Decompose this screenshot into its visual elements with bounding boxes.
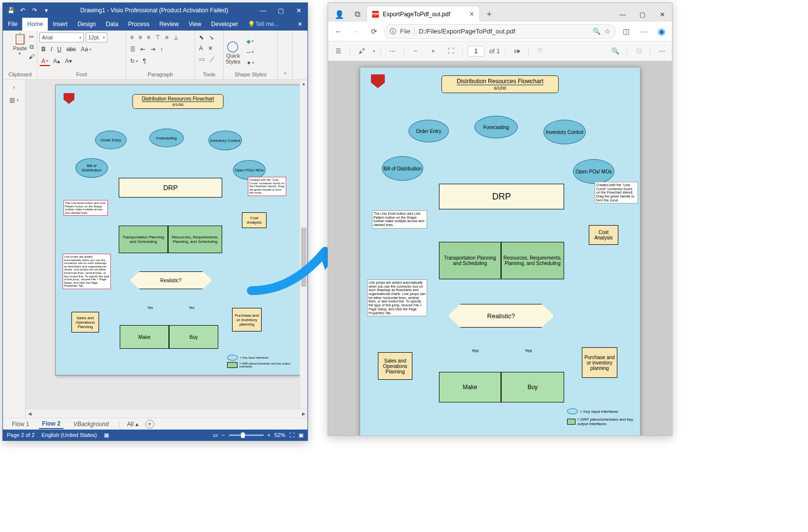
italic-button[interactable]: I: [49, 44, 54, 54]
tab-home[interactable]: Home: [22, 18, 48, 31]
collapse-ribbon-icon[interactable]: ⌃: [283, 71, 288, 78]
qat-caret-icon[interactable]: ▾: [41, 5, 51, 15]
strike-button[interactable]: abc: [65, 44, 78, 54]
profile-icon[interactable]: 👤: [332, 7, 347, 22]
align-top-button[interactable]: ⊤: [153, 33, 162, 42]
line-spacing-button[interactable]: ↕: [158, 44, 165, 54]
connector-tool-button[interactable]: ↘: [207, 33, 216, 42]
decrease-indent-button[interactable]: ⇤: [138, 44, 147, 54]
contents-icon[interactable]: ☰: [332, 45, 345, 58]
presentation-mode-icon[interactable]: ▭: [213, 432, 218, 438]
tab-review[interactable]: Review: [154, 18, 183, 31]
quick-styles-button[interactable]: ◯ Quick Styles: [226, 40, 240, 65]
line-button[interactable]: ─: [244, 47, 256, 57]
font-color-button[interactable]: A: [39, 56, 50, 66]
tab-flow2[interactable]: Flow 2: [39, 419, 63, 429]
zoom-in-button[interactable]: +: [268, 432, 270, 438]
browser-tab[interactable]: PDF ExportPageToPdf_out.pdf ✕: [367, 6, 480, 22]
add-page-button[interactable]: +: [145, 420, 154, 429]
line-tool-button[interactable]: ／: [207, 54, 217, 64]
text-direction-button[interactable]: ¶: [141, 56, 148, 66]
settings-menu-icon[interactable]: ⋯: [637, 24, 651, 39]
paste-button[interactable]: 📋 Paste ▾: [13, 33, 27, 56]
shrink-font-button[interactable]: A▾: [63, 56, 74, 66]
zoom-addr-icon[interactable]: 🔍: [593, 28, 601, 35]
increase-indent-button[interactable]: ⇥: [148, 44, 157, 54]
maximize-button[interactable]: ▢: [633, 7, 652, 22]
undo-icon[interactable]: ↶: [18, 5, 28, 15]
tab-vbackground[interactable]: VBackground: [70, 420, 112, 429]
font-size-select[interactable]: 12pt.: [86, 33, 107, 42]
ribbon-close-icon[interactable]: ✕: [293, 18, 307, 31]
tab-design[interactable]: Design: [72, 18, 101, 31]
rotate-text-button[interactable]: ↻: [128, 56, 140, 66]
redo-icon[interactable]: ↷: [30, 5, 39, 15]
cut-icon[interactable]: ✂: [27, 33, 36, 41]
fit-page-icon[interactable]: ⛶: [289, 432, 295, 438]
font-name-select[interactable]: Arial: [39, 33, 84, 42]
grow-font-button[interactable]: A▴: [51, 56, 62, 66]
underline-button[interactable]: U: [55, 44, 64, 54]
fit-width-icon[interactable]: ▣: [299, 432, 303, 438]
favorite-icon[interactable]: ☆: [605, 28, 610, 35]
address-bar[interactable]: ⓘ File D:/Files/ExportPageToPdf_out.pdf …: [384, 24, 616, 39]
shapes-pane-rail[interactable]: › ▥ ›: [3, 80, 26, 418]
new-tab-button[interactable]: +: [482, 7, 497, 22]
minimize-button[interactable]: —: [613, 7, 633, 22]
tab-all[interactable]: All ▴: [127, 421, 138, 428]
save-icon[interactable]: 💾: [6, 5, 16, 15]
horizontal-scrollbar[interactable]: ◀ ▶: [26, 409, 307, 418]
zoom-out-button[interactable]: −: [409, 45, 422, 58]
tab-file[interactable]: File: [3, 18, 22, 31]
close-button[interactable]: ✕: [290, 3, 307, 18]
fill-button[interactable]: ◆: [244, 36, 256, 46]
pdf-viewport[interactable]: Distribution Resources Flowchart 6/1/00 …: [328, 61, 672, 435]
bold-button[interactable]: B: [39, 44, 48, 54]
more-tools-icon[interactable]: ⋯: [386, 45, 399, 58]
reload-button[interactable]: ⟳: [367, 24, 381, 39]
tab-view[interactable]: View: [184, 18, 206, 31]
tab-process[interactable]: Process: [123, 18, 154, 31]
zoom-slider[interactable]: [229, 434, 264, 436]
zoom-out-button[interactable]: −: [222, 432, 225, 438]
scroll-left-icon[interactable]: ◀: [26, 411, 34, 416]
macros-icon[interactable]: ▦: [104, 432, 109, 438]
close-tab-icon[interactable]: ✕: [469, 10, 474, 18]
pointer-tool-button[interactable]: ⬉: [197, 33, 206, 42]
stencil-icon[interactable]: ▥ ›: [9, 97, 18, 103]
fit-page-icon[interactable]: ⛶: [444, 45, 457, 58]
minimize-button[interactable]: —: [254, 3, 272, 18]
highlight-caret-icon[interactable]: ▾: [373, 49, 375, 54]
maximize-button[interactable]: ▢: [272, 3, 290, 18]
bullets-button[interactable]: ☰: [128, 44, 137, 54]
rectangle-tool-button[interactable]: ▭: [197, 54, 206, 64]
split-screen-icon[interactable]: ◫: [619, 24, 634, 39]
read-aloud-icon[interactable]: 🕪: [510, 45, 523, 58]
close-button[interactable]: ✕: [652, 7, 672, 22]
align-middle-button[interactable]: ≡: [163, 33, 170, 42]
site-info-icon[interactable]: ⓘ: [390, 27, 396, 36]
align-left-button[interactable]: ≡: [128, 33, 135, 42]
back-button[interactable]: ←: [331, 24, 346, 39]
scroll-up-icon[interactable]: ▲: [300, 80, 307, 88]
tab-insert[interactable]: Insert: [48, 18, 72, 31]
zoom-in-button[interactable]: +: [427, 45, 439, 58]
format-painter-icon[interactable]: 🖌: [27, 52, 36, 61]
tab-flow1[interactable]: Flow 1: [9, 420, 32, 429]
tab-developer[interactable]: Developer: [206, 18, 243, 31]
align-center-button[interactable]: ≡: [136, 33, 144, 42]
copilot-icon[interactable]: ◉: [654, 24, 669, 39]
effects-button[interactable]: ✦: [244, 58, 256, 68]
page-number-input[interactable]: [468, 46, 484, 57]
crop-tool-button[interactable]: ✕: [206, 43, 215, 53]
highlight-icon[interactable]: 🖍: [355, 45, 368, 58]
tab-actions-icon[interactable]: ⧉: [350, 7, 365, 22]
toolbar-more-icon[interactable]: ⋯: [655, 45, 668, 58]
align-right-button[interactable]: ≡: [145, 33, 152, 42]
tell-me[interactable]: 💡 Tell me...: [243, 18, 284, 31]
tab-data[interactable]: Data: [101, 18, 123, 31]
copy-icon[interactable]: ⧉: [27, 42, 36, 51]
scroll-right-icon[interactable]: ▶: [300, 411, 307, 416]
text-case-button[interactable]: Aa: [79, 44, 93, 54]
shapes-expand-icon[interactable]: ›: [13, 84, 15, 91]
